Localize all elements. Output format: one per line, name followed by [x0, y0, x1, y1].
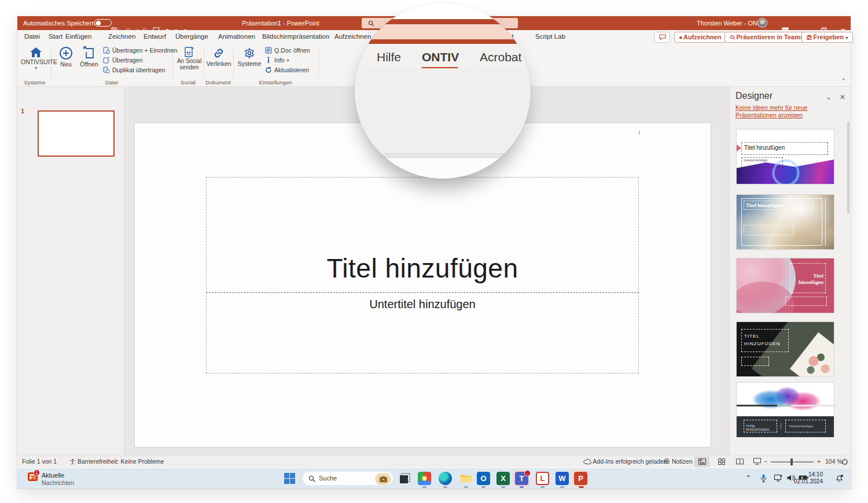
subtitle-placeholder[interactable]: Untertitel hinzufügen	[206, 293, 639, 373]
duplikat-uebertragen-button[interactable]: Duplikat übertragen	[103, 66, 165, 73]
zoom-in-button[interactable]: +	[817, 458, 821, 465]
taskbar-search[interactable]: Suche	[302, 471, 393, 486]
design-suggestion-1[interactable]: Titel hinzufügen Untertitel hinzufügen	[737, 130, 834, 184]
designer-scrollbar[interactable]	[847, 121, 849, 214]
collapse-ribbon-icon[interactable]: ⌃	[841, 77, 846, 84]
designer-chevron-icon[interactable]: ⌄	[826, 93, 832, 101]
open-file-icon	[83, 46, 95, 60]
ontivsuite-button[interactable]: ONTIVSUITE ▾	[21, 45, 51, 71]
zoom-out-button[interactable]: −	[764, 458, 767, 465]
network-icon[interactable]	[774, 475, 782, 482]
slide-sorter-view-button[interactable]	[714, 457, 729, 467]
designer-close-icon[interactable]: ✕	[840, 93, 845, 101]
design5-title: TITEL HINZUFÜGEN	[746, 424, 777, 431]
share-button[interactable]: 🖆 Freigeben ▾	[801, 32, 853, 43]
notes-toggle[interactable]: Notizen	[663, 458, 693, 465]
tab-animationen[interactable]: Animationen	[218, 33, 255, 40]
verlinken-button[interactable]: Verlinken	[206, 45, 231, 67]
fit-slide-to-window-button[interactable]	[841, 458, 848, 465]
title-placeholder-text: Titel hinzufügen	[326, 253, 518, 284]
magnified-tab-acrobat[interactable]: Acrobat	[480, 50, 521, 64]
notes-icon	[663, 458, 670, 464]
systeme-button[interactable]: Systeme	[236, 45, 263, 67]
design1-subtitle: Untertitel hinzufügen	[744, 159, 767, 162]
file-explorer-icon[interactable]	[459, 472, 473, 485]
tab-uebergaenge[interactable]: Übergänge	[175, 33, 208, 40]
microphone-icon[interactable]	[760, 474, 767, 482]
uebertragen-button[interactable]: Übertragen	[103, 57, 143, 64]
reading-view-button[interactable]	[732, 457, 747, 467]
user-avatar[interactable]	[757, 18, 767, 28]
slide-number: 1	[21, 108, 24, 114]
group-label-einstellungen: Einstellungen	[259, 79, 292, 86]
tab-einfuegen[interactable]: Einfügen	[65, 33, 91, 40]
accessibility-status[interactable]: Barrierefreiheit: Keine Probleme	[69, 458, 164, 465]
qdoc-oeffnen-button[interactable]: Q.Doc öffnen	[265, 47, 310, 54]
tab-script-lab[interactable]: Script Lab	[535, 33, 565, 40]
slide-counter[interactable]: Folie 1 von 1	[22, 458, 57, 465]
design2-title: Titel hinzufügen	[746, 202, 782, 208]
news-widget-line2[interactable]: Nachrichten	[42, 479, 74, 486]
word-icon[interactable]: W	[556, 472, 569, 485]
news-widget-line1[interactable]: Aktuelle	[42, 472, 64, 479]
powerpoint-icon[interactable]: P	[574, 472, 587, 485]
oeffnen-button[interactable]: Öffnen	[78, 45, 101, 68]
chrome-icon[interactable]	[418, 472, 431, 485]
taskbar-clock[interactable]: 14:10 02.01.2024	[794, 471, 823, 485]
edge-icon[interactable]	[439, 472, 452, 485]
aktualisieren-button[interactable]: Aktualisieren	[265, 66, 309, 73]
slideshow-view-button[interactable]	[749, 457, 764, 467]
normal-view-button[interactable]	[694, 457, 709, 467]
zoom-slider-thumb[interactable]	[790, 458, 793, 465]
info-icon	[265, 57, 272, 64]
info-chevron-icon: ▾	[287, 58, 289, 63]
magnified-tab-hilfe[interactable]: Hilfe	[377, 50, 401, 64]
zoom-slider[interactable]	[771, 461, 814, 463]
comments-button[interactable]	[654, 32, 670, 43]
windows-taskbar: 1 Aktuelle Nachrichten Suche	[17, 468, 851, 489]
tab-bildschirmpraesentation[interactable]: Bildschirmpräsentation	[262, 33, 329, 40]
design-suggestion-5[interactable]: TITEL HINZUFÜGEN Untertitel hinzufügen	[737, 383, 834, 437]
notifications-bell-icon[interactable]	[836, 474, 843, 482]
uebertragen-einordnen-button[interactable]: Übertragen + Einordnen	[103, 47, 177, 54]
neu-button[interactable]: Neu	[56, 45, 76, 68]
tab-entwurf[interactable]: Entwurf	[144, 33, 166, 40]
designer-ideas-link[interactable]: Keine Ideen mehr für neue Präsentationen…	[735, 104, 833, 119]
task-view-button[interactable]	[399, 473, 410, 484]
design5-subtitle: Untertitel hinzufügen	[789, 425, 813, 428]
present-in-teams-button[interactable]: 🗬 Präsentieren in Teams	[724, 32, 809, 43]
user-name[interactable]: Thorsten Weber - ONTIV	[697, 16, 767, 30]
zoom-level[interactable]: 104 %	[825, 458, 843, 465]
excel-icon[interactable]: X	[496, 472, 510, 485]
tab-start[interactable]: Start	[49, 33, 62, 40]
info-button[interactable]: Info ▾	[265, 57, 289, 64]
ontiv-app-icon[interactable]: L	[536, 472, 549, 485]
design1-title: Titel hinzufügen	[744, 145, 785, 151]
start-button[interactable]	[284, 473, 295, 484]
outlook-icon[interactable]: O	[477, 472, 490, 485]
design-suggestion-4[interactable]: TITEL HINZUFÜGEN	[737, 322, 834, 376]
designer-title: Designer	[735, 91, 773, 101]
desktop: Automatisches Speichern ↶ ▾ ↷ ▾ ▾ Präsen…	[0, 0, 868, 503]
tab-aufzeichnen[interactable]: Aufzeichnen	[334, 33, 371, 40]
transfer-organize-icon	[103, 47, 110, 54]
an-social-senden-button[interactable]: An Social senden	[176, 45, 203, 71]
magnified-tab-ontiv[interactable]: ONTIV	[422, 50, 459, 64]
subtitle-placeholder-text: Untertitel hinzufügen	[369, 298, 475, 311]
slide-thumbnail[interactable]	[38, 110, 115, 157]
designer-panel: Designer ⌄ ✕ Keine Ideen mehr für neue P…	[729, 87, 851, 456]
tray-chevron-icon[interactable]: ⌃	[745, 474, 751, 482]
title-placeholder[interactable]: Titel hinzufügen	[206, 177, 639, 293]
group-label-social: Social	[181, 79, 196, 86]
tab-zeichnen[interactable]: Zeichnen	[108, 33, 135, 40]
designer-loading-bar	[737, 405, 836, 406]
design-suggestion-2[interactable]: Titel hinzufügen	[737, 195, 834, 249]
record-button[interactable]: ⏺ Aufzeichnen	[674, 32, 726, 43]
transfer-icon	[103, 57, 110, 64]
search-highlight-icon[interactable]	[375, 473, 391, 484]
tab-datei[interactable]: Datei	[24, 33, 40, 40]
news-badge: 1	[34, 469, 40, 476]
slide-thumbnail-panel: 1	[17, 87, 124, 456]
search-placeholder: Suche	[319, 475, 337, 482]
design-suggestion-3[interactable]: Titel hinzufügen	[737, 258, 834, 313]
